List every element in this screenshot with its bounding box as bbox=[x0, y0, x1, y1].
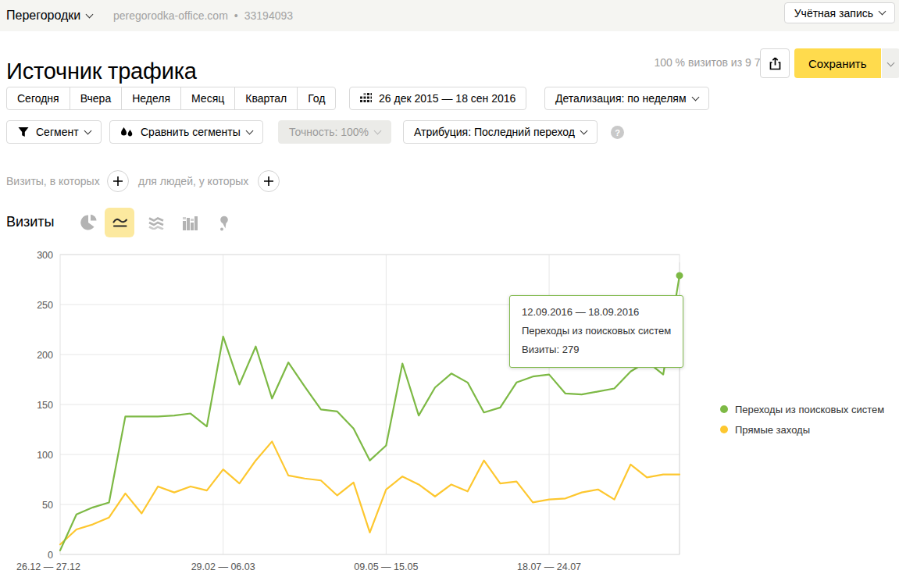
preset-quarter[interactable]: Квартал bbox=[234, 87, 298, 110]
svg-text:0: 0 bbox=[48, 550, 53, 561]
preset-month[interactable]: Месяц bbox=[180, 87, 235, 110]
chart-type-stacked-button[interactable] bbox=[142, 208, 170, 237]
svg-text:09.05 — 15.05: 09.05 — 15.05 bbox=[354, 561, 418, 572]
column-chart-icon bbox=[181, 215, 198, 230]
legend-item-search[interactable]: Переходы из поисковых систем bbox=[720, 399, 884, 419]
people-condition-label: для людей, у которых bbox=[138, 175, 248, 187]
legend-dot-yellow bbox=[720, 426, 728, 433]
export-icon bbox=[768, 56, 783, 71]
save-options-button[interactable] bbox=[882, 48, 899, 78]
accuracy-dropdown: Точность: 100% bbox=[278, 120, 391, 144]
chevron-down-icon bbox=[245, 127, 253, 135]
chart-type-line-button[interactable] bbox=[105, 208, 134, 237]
svg-text:18.07 — 24.07: 18.07 — 24.07 bbox=[517, 561, 581, 572]
svg-text:150: 150 bbox=[37, 400, 53, 411]
map-pin-icon bbox=[216, 215, 231, 231]
tooltip-period: 12.09.2016 — 18.09.2016 bbox=[522, 303, 671, 322]
chart-type-map-button[interactable] bbox=[209, 208, 237, 237]
chevron-down-icon bbox=[691, 94, 699, 102]
legend-label: Переходы из поисковых систем bbox=[735, 404, 884, 415]
svg-text:200: 200 bbox=[37, 350, 53, 361]
visits-condition-label: Визиты, в которых bbox=[6, 175, 100, 187]
legend-dot-green bbox=[720, 405, 728, 413]
add-people-condition-button[interactable] bbox=[258, 170, 280, 192]
preset-week[interactable]: Неделя bbox=[121, 87, 181, 110]
chart-type-pie-button[interactable] bbox=[75, 208, 103, 237]
funnel-icon bbox=[17, 127, 29, 137]
droplets-icon bbox=[120, 127, 134, 138]
svg-text:100: 100 bbox=[37, 450, 53, 461]
chart-type-columns-button[interactable] bbox=[176, 208, 204, 237]
detail-dropdown[interactable]: Детализация: по неделям bbox=[544, 87, 709, 110]
pie-chart-icon bbox=[80, 214, 98, 231]
chevron-down-icon bbox=[84, 127, 91, 135]
preset-year[interactable]: Год bbox=[297, 87, 336, 110]
account-label: Учётная запись bbox=[794, 7, 873, 20]
segment-dropdown[interactable]: Сегмент bbox=[6, 120, 102, 144]
counter-switcher[interactable]: Перегородки bbox=[6, 0, 92, 31]
top-bar: Перегородки peregorodka-office.com • 331… bbox=[0, 0, 899, 31]
accuracy-label: Точность: 100% bbox=[289, 126, 369, 138]
visits-summary: 100 % визитов из 9 725 bbox=[654, 56, 772, 69]
detail-label: Детализация: по неделям bbox=[555, 92, 687, 105]
chevron-down-icon bbox=[879, 8, 887, 16]
preset-yesterday[interactable]: Вчера bbox=[70, 87, 123, 110]
tooltip-series: Переходы из поисковых систем bbox=[522, 322, 671, 340]
tooltip-value: Визиты: 279 bbox=[522, 340, 671, 359]
help-icon[interactable]: ? bbox=[611, 126, 624, 139]
legend-item-direct[interactable]: Прямые заходы bbox=[720, 419, 884, 440]
save-split-button: Сохранить bbox=[794, 48, 899, 78]
calendar-icon bbox=[360, 93, 372, 104]
svg-text:50: 50 bbox=[42, 500, 53, 511]
compare-segments-dropdown[interactable]: Сравнить сегменты bbox=[109, 120, 263, 144]
stacked-area-icon bbox=[148, 216, 165, 230]
date-preset-group: Сегодня Вчера Неделя Месяц Квартал Год bbox=[6, 87, 336, 110]
account-menu-button[interactable]: Учётная запись bbox=[784, 2, 895, 23]
legend-label: Прямые заходы bbox=[735, 424, 810, 436]
svg-text:250: 250 bbox=[37, 300, 53, 311]
svg-text:26.12 — 27.12: 26.12 — 27.12 bbox=[16, 561, 80, 572]
svg-text:29.02 — 06.03: 29.02 — 06.03 bbox=[191, 561, 255, 572]
counter-id: 33194093 bbox=[244, 9, 293, 22]
svg-text:300: 300 bbox=[37, 250, 53, 261]
chart-area: 05010015020025030026.12 — 27.1229.02 — 0… bbox=[0, 250, 899, 588]
add-visit-condition-button[interactable] bbox=[107, 170, 129, 192]
plus-icon bbox=[263, 176, 274, 187]
compare-segments-label: Сравнить сегменты bbox=[141, 126, 241, 138]
dot-separator: • bbox=[234, 9, 238, 22]
save-button[interactable]: Сохранить bbox=[794, 48, 881, 78]
site-domain: peregorodka-office.com bbox=[113, 9, 228, 22]
chevron-down-icon bbox=[86, 10, 94, 18]
chevron-down-icon bbox=[580, 127, 588, 135]
date-range-picker[interactable]: 26 дек 2015 — 18 сен 2016 bbox=[349, 87, 526, 110]
chart-tooltip: 12.09.2016 — 18.09.2016 Переходы из поис… bbox=[509, 295, 683, 368]
segment-label: Сегмент bbox=[36, 126, 79, 138]
metric-label: Визиты bbox=[6, 214, 55, 230]
attribution-label: Атрибуция: Последний переход bbox=[414, 126, 575, 138]
attribution-dropdown[interactable]: Атрибуция: Последний переход bbox=[403, 120, 598, 144]
export-button[interactable] bbox=[760, 48, 790, 78]
site-info: peregorodka-office.com • 33194093 bbox=[113, 0, 293, 31]
line-chart-icon bbox=[112, 215, 128, 230]
chevron-down-icon bbox=[374, 127, 382, 135]
preset-today[interactable]: Сегодня bbox=[6, 87, 70, 110]
date-range-label: 26 дек 2015 — 18 сен 2016 bbox=[379, 92, 515, 105]
plus-icon bbox=[112, 176, 123, 187]
page-title: Источник трафика bbox=[6, 59, 197, 84]
counter-name: Перегородки bbox=[6, 9, 80, 23]
chevron-down-icon bbox=[887, 59, 894, 66]
chart-legend: Переходы из поисковых систем Прямые захо… bbox=[720, 399, 884, 440]
